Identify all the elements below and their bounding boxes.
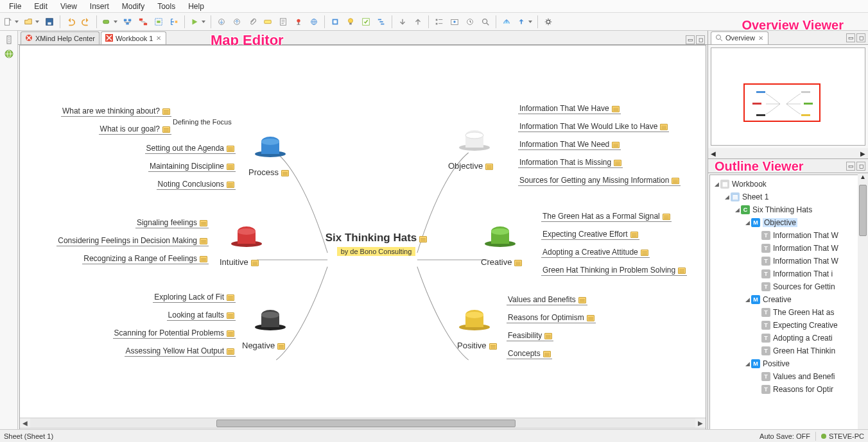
note-icon[interactable] [227, 164, 234, 170]
task-button[interactable] [359, 15, 373, 29]
note-icon[interactable] [200, 220, 207, 226]
note-icon[interactable] [678, 268, 686, 274]
topic-item[interactable]: Information That We Need [518, 139, 621, 150]
topic-item[interactable]: Looking at faults [167, 310, 236, 321]
note-icon[interactable] [227, 146, 234, 152]
drillup-button[interactable] [230, 15, 244, 29]
maximize-panel-button[interactable]: ◻ [856, 162, 865, 171]
outline-leaf[interactable]: Adopting a Creati [773, 334, 833, 343]
scroll-left-icon[interactable]: ◀ [708, 150, 718, 157]
drilldown-button[interactable] [214, 15, 229, 29]
topic-item[interactable]: Information That We Have [518, 103, 621, 114]
upload-button[interactable] [499, 15, 514, 29]
topic-item[interactable]: Recognizing a Range of Feelings [82, 253, 209, 264]
topic-item[interactable]: Feasibility [507, 330, 553, 341]
scroll-right-icon[interactable]: ▶ [695, 418, 706, 429]
note-icon[interactable] [200, 238, 207, 244]
outline-leaf[interactable]: Information That i [773, 269, 833, 278]
branch-intuitive[interactable]: Intuitive [220, 257, 259, 267]
scroll-up-icon[interactable]: ▲ [858, 173, 868, 183]
outline-root[interactable]: Workbook [732, 180, 767, 189]
branch-negative[interactable]: Negative [242, 341, 285, 350]
label-button[interactable] [261, 15, 275, 29]
gantt-button[interactable] [374, 15, 388, 29]
audio-button[interactable] [291, 15, 306, 29]
gutter-collapse-icon[interactable] [4, 35, 14, 45]
close-icon[interactable]: ✕ [155, 35, 162, 42]
topic-item[interactable]: Signaling feelings [135, 217, 209, 228]
note-icon[interactable] [227, 348, 234, 355]
note-icon[interactable] [663, 214, 670, 220]
tab-help-center[interactable]: XMind Help Center [21, 31, 100, 44]
share-button[interactable] [515, 15, 534, 29]
outline-leaf[interactable]: Information That W [773, 244, 838, 253]
clock-button[interactable] [463, 15, 477, 29]
menu-tools[interactable]: Tools [151, 1, 182, 12]
topic-item[interactable]: Scanning for Potential Problems [113, 328, 236, 339]
topic-item[interactable]: What are we thinking about? [61, 106, 171, 117]
outline-leaf[interactable]: Sources for Gettin [773, 282, 835, 291]
menu-insert[interactable]: Insert [83, 1, 116, 12]
undo-button[interactable] [64, 15, 78, 29]
outline-sheet[interactable]: Sheet 1 [742, 192, 768, 201]
open-button[interactable] [22, 15, 41, 29]
scroll-left-icon[interactable]: ◀ [20, 418, 30, 429]
overview-hscrollbar[interactable]: ◀ ▶ [708, 148, 868, 158]
topic-item[interactable]: Assessing Yellow Hat Output [125, 346, 236, 357]
save-button[interactable] [42, 15, 56, 29]
outline-node[interactable]: Objective [763, 218, 797, 227]
note-icon[interactable] [227, 294, 234, 301]
outline-leaf[interactable]: Information That W [773, 257, 838, 266]
topic-item[interactable]: Maintaining Discipline [148, 161, 236, 172]
branch-creative[interactable]: Creative [481, 257, 522, 267]
note-icon[interactable] [544, 333, 552, 339]
canvas-hscrollbar[interactable]: ◀ ▶ [20, 418, 706, 428]
hyperlink-button[interactable] [307, 15, 321, 29]
scroll-thumb[interactable] [216, 420, 516, 427]
note-icon[interactable] [660, 124, 668, 130]
outline-leaf[interactable]: The Green Hat as [773, 308, 834, 317]
topic-item[interactable]: Reasons for Optimism [507, 312, 596, 323]
gutter-globe-icon[interactable] [4, 49, 14, 59]
maximize-view-button[interactable]: ◻ [696, 35, 705, 44]
note-icon[interactable] [162, 108, 170, 115]
outline-leaf[interactable]: Expecting Creative [773, 321, 838, 330]
central-topic[interactable]: Six Thinking Hats by de Bono Consulting [309, 232, 444, 256]
note-icon[interactable] [630, 232, 638, 238]
note-icon[interactable] [200, 256, 207, 262]
topic-item[interactable]: Noting Conclusions [157, 179, 236, 190]
outline-node[interactable]: Positive [763, 359, 790, 368]
branch-objective[interactable]: Objective [448, 161, 493, 171]
boundary-button[interactable] [152, 15, 166, 29]
menu-help[interactable]: Help [182, 1, 211, 12]
canvas[interactable]: Six Thinking Hats by de Bono Consulting … [19, 45, 706, 440]
close-icon[interactable]: ✕ [758, 35, 764, 41]
note-icon[interactable] [612, 142, 620, 148]
note-icon[interactable] [672, 178, 679, 184]
note-icon[interactable] [489, 343, 497, 350]
topic-item[interactable]: What is our goal? [99, 124, 171, 135]
note-icon[interactable] [227, 182, 234, 188]
note-icon[interactable] [543, 351, 551, 357]
down-button[interactable] [395, 15, 410, 29]
topic-item[interactable]: Expecting Creative Effort [541, 229, 639, 240]
topic-item[interactable]: Concepts [507, 348, 552, 359]
panel-menu-icon[interactable]: ▽ [775, 162, 780, 169]
topic-item[interactable]: Sources for Getting any Missing Informat… [518, 175, 681, 186]
topic-item[interactable]: Setting out the Agenda [145, 143, 236, 154]
note-icon[interactable] [514, 260, 522, 266]
overview-canvas[interactable] [711, 47, 865, 146]
new-button[interactable] [1, 15, 21, 29]
overview-tab[interactable]: Overview ✕ [711, 31, 768, 44]
idea-button[interactable] [343, 15, 358, 29]
mapshot-button[interactable] [447, 15, 462, 29]
up-button[interactable] [411, 15, 425, 29]
scroll-thumb[interactable] [859, 185, 867, 236]
outline-vscrollbar[interactable]: ▲ ▼ [858, 173, 868, 440]
topic-item[interactable]: The Green Hat as a Formal Signal [541, 211, 672, 222]
summary-button[interactable] [167, 15, 181, 29]
menu-view[interactable]: View [54, 1, 83, 12]
outline-leaf[interactable]: Information That W [773, 231, 838, 240]
preferences-button[interactable] [541, 15, 555, 29]
topic-item[interactable]: Considering Feelings in Decision Making [56, 235, 209, 246]
